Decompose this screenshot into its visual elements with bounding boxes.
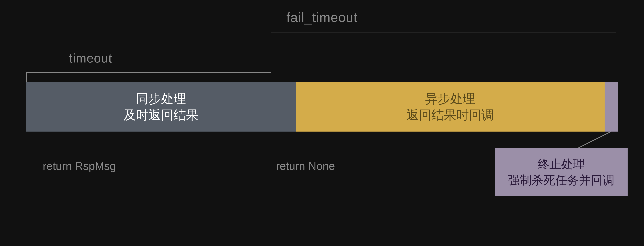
- terminate-box-text: 终止处理 强制杀死任务并回调: [508, 156, 614, 188]
- sync-segment-text: 同步处理 及时返回结果: [124, 91, 198, 123]
- timeout-label: timeout: [69, 51, 112, 65]
- fail-timeout-label: fail_timeout: [286, 10, 358, 25]
- terminate-inline-segment: [604, 82, 618, 132]
- return-none-label: return None: [276, 159, 335, 172]
- sync-segment: 同步处理 及时返回结果: [26, 82, 296, 132]
- diagram-container: fail_timeout timeout 同步处理 及时返回结果 异步处理 返回…: [0, 0, 644, 246]
- return-rspmsg-label: return RspMsg: [43, 159, 116, 172]
- async-segment: 异步处理 返回结果时回调: [296, 82, 604, 132]
- terminate-box: 终止处理 强制杀死任务并回调: [495, 148, 628, 196]
- async-segment-text: 异步处理 返回结果时回调: [406, 91, 494, 123]
- main-bar: 同步处理 及时返回结果 异步处理 返回结果时回调: [26, 82, 618, 132]
